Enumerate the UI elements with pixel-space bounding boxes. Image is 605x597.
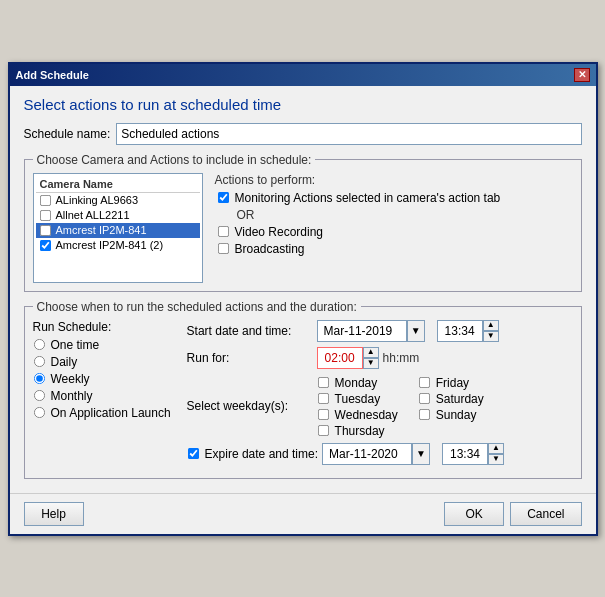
- start-time-input[interactable]: [437, 320, 483, 342]
- weekday-tuesday-label: Tuesday: [335, 392, 381, 406]
- action-row-2: Broadcasting: [215, 242, 573, 256]
- weekday-sunday: Sunday: [418, 408, 499, 422]
- camera-section-legend: Choose Camera and Actions to include in …: [33, 153, 316, 167]
- weekday-sunday-checkbox[interactable]: [419, 409, 430, 420]
- radio-one-time: One time: [33, 338, 171, 352]
- radio-app-launch-label: On Application Launch: [51, 406, 171, 420]
- ok-button[interactable]: OK: [444, 502, 504, 526]
- weekday-tuesday: Tuesday: [317, 392, 398, 406]
- weekday-wednesday-checkbox[interactable]: [318, 409, 329, 420]
- schedule-name-row: Schedule name:: [24, 123, 582, 145]
- start-time-down[interactable]: ▼: [483, 331, 499, 342]
- window-body: Select actions to run at scheduled time …: [10, 86, 596, 487]
- radio-one-time-input[interactable]: [33, 339, 44, 350]
- expire-time-up[interactable]: ▲: [488, 443, 504, 454]
- weekday-wednesday: Wednesday: [317, 408, 398, 422]
- camera-label-2: Amcrest IP2M-841: [56, 224, 147, 236]
- expire-date-display: Mar-11-2020: [322, 443, 412, 465]
- action-checkbox-0[interactable]: [217, 192, 228, 203]
- run-for-up[interactable]: ▲: [363, 347, 379, 358]
- weekday-monday: Monday: [317, 376, 398, 390]
- radio-daily-input[interactable]: [33, 356, 44, 367]
- run-for-spinners: ▲ ▼: [363, 347, 379, 369]
- actions-panel: Actions to perform: Monitoring Actions s…: [215, 173, 573, 283]
- cancel-button[interactable]: Cancel: [510, 502, 581, 526]
- weekday-saturday: Saturday: [418, 392, 499, 406]
- radio-one-time-label: One time: [51, 338, 100, 352]
- start-date-label: Start date and time:: [187, 324, 317, 338]
- schedule-name-label: Schedule name:: [24, 127, 111, 141]
- weekday-thursday-label: Thursday: [335, 424, 385, 438]
- expire-checkbox[interactable]: [188, 448, 199, 459]
- start-time-spinners: ▲ ▼: [483, 320, 499, 342]
- actions-title: Actions to perform:: [215, 173, 573, 187]
- camera-label-1: Allnet ALL2211: [56, 209, 130, 221]
- radio-app-launch: On Application Launch: [33, 406, 171, 420]
- run-schedule-label: Run Schedule:: [33, 320, 171, 334]
- radio-weekly-input[interactable]: [33, 373, 44, 384]
- camera-item-1[interactable]: Allnet ALL2211: [36, 208, 200, 223]
- camera-checkbox-2[interactable]: [39, 224, 50, 235]
- radio-monthly: Monthly: [33, 389, 171, 403]
- start-date-display: Mar-11-2019: [317, 320, 407, 342]
- weekday-friday-label: Friday: [436, 376, 469, 390]
- camera-label-0: ALinking AL9663: [56, 194, 139, 206]
- weekday-friday-checkbox[interactable]: [419, 377, 430, 388]
- bottom-bar: Help OK Cancel: [10, 493, 596, 534]
- weekday-thursday: Thursday: [317, 424, 398, 438]
- camera-checkbox-0[interactable]: [39, 194, 50, 205]
- start-date-value: Mar-11-2019: [324, 324, 393, 338]
- weekday-monday-label: Monday: [335, 376, 378, 390]
- expire-date-value: Mar-11-2020: [329, 447, 398, 461]
- camera-label-3: Amcrest IP2M-841 (2): [56, 239, 164, 251]
- title-bar-text: Add Schedule: [16, 69, 89, 81]
- expire-time-down[interactable]: ▼: [488, 454, 504, 465]
- radio-weekly-label: Weekly: [51, 372, 90, 386]
- weekday-sunday-label: Sunday: [436, 408, 477, 422]
- radio-monthly-input[interactable]: [33, 390, 44, 401]
- weekdays-label: Select weekday(s):: [187, 399, 317, 413]
- expire-date-picker-button[interactable]: ▼: [412, 443, 430, 465]
- weekday-monday-checkbox[interactable]: [318, 377, 329, 388]
- camera-checkbox-1[interactable]: [39, 209, 50, 220]
- action-checkbox-2[interactable]: [217, 243, 228, 254]
- camera-item-0[interactable]: ALinking AL9663: [36, 193, 200, 208]
- action-row-1: Video Recording: [215, 225, 573, 239]
- title-bar: Add Schedule ✕: [10, 64, 596, 86]
- or-text: OR: [215, 208, 573, 222]
- start-date-picker-button[interactable]: ▼: [407, 320, 425, 342]
- radio-app-launch-input[interactable]: [33, 407, 44, 418]
- run-for-input[interactable]: [317, 347, 363, 369]
- expire-label: Expire date and time:: [205, 447, 318, 461]
- help-button[interactable]: Help: [24, 502, 84, 526]
- date-time-panel: Start date and time: Mar-11-2019 ▼ ▲ ▼: [187, 320, 573, 470]
- expire-time-input[interactable]: [442, 443, 488, 465]
- run-for-hint: hh:mm: [383, 351, 420, 365]
- action-checkbox-1[interactable]: [217, 226, 228, 237]
- start-time-up[interactable]: ▲: [483, 320, 499, 331]
- camera-item-3[interactable]: Amcrest IP2M-841 (2): [36, 238, 200, 253]
- run-for-down[interactable]: ▼: [363, 358, 379, 369]
- weekday-saturday-checkbox[interactable]: [419, 393, 430, 404]
- start-date-group: Mar-11-2019 ▼: [317, 320, 425, 342]
- run-schedule-panel: Run Schedule: One time Daily Weekly: [33, 320, 171, 470]
- close-button[interactable]: ✕: [574, 68, 590, 82]
- main-title: Select actions to run at scheduled time: [24, 96, 582, 113]
- btn-right-group: OK Cancel: [444, 502, 581, 526]
- action-row-0: Monitoring Actions selected in camera's …: [215, 191, 573, 205]
- radio-weekly: Weekly: [33, 372, 171, 386]
- weekdays-row: Select weekday(s): Monday Friday: [187, 374, 573, 438]
- schedule-section-legend: Choose when to run the scheduled actions…: [33, 300, 361, 314]
- weekday-thursday-checkbox[interactable]: [318, 425, 329, 436]
- camera-item-2[interactable]: Amcrest IP2M-841: [36, 223, 200, 238]
- camera-checkbox-3[interactable]: [39, 239, 50, 250]
- add-schedule-window: Add Schedule ✕ Select actions to run at …: [8, 62, 598, 536]
- schedule-name-input[interactable]: [116, 123, 581, 145]
- camera-actions-section: Choose Camera and Actions to include in …: [24, 153, 582, 292]
- action-label-0: Monitoring Actions selected in camera's …: [235, 191, 501, 205]
- camera-list-header: Camera Name: [36, 176, 200, 193]
- weekday-friday: Friday: [418, 376, 499, 390]
- weekday-tuesday-checkbox[interactable]: [318, 393, 329, 404]
- run-for-row: Run for: ▲ ▼ hh:mm: [187, 347, 573, 369]
- camera-actions-area: Camera Name ALinking AL9663 Allnet ALL22…: [33, 173, 573, 283]
